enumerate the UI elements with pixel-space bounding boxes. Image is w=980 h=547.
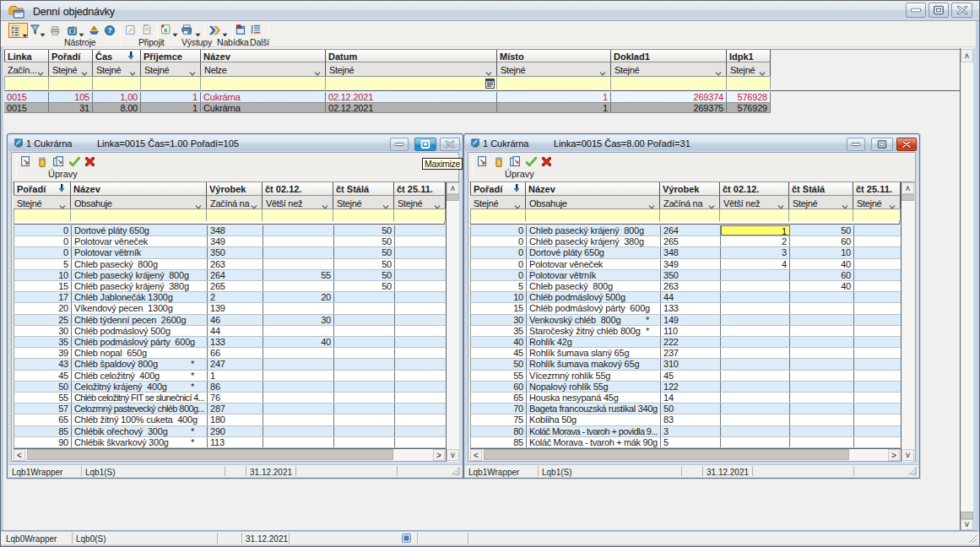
svg-text:?: ? <box>107 26 111 35</box>
svg-text:x: x <box>164 26 167 34</box>
